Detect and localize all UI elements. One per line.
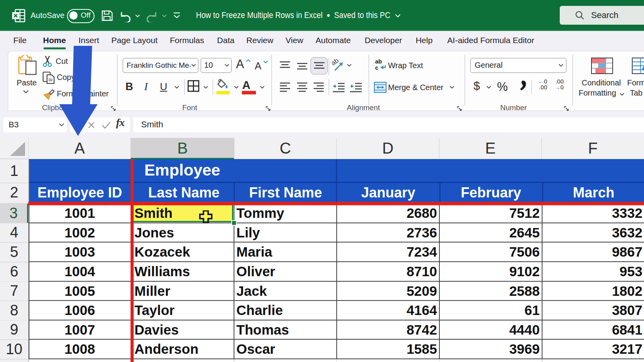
svg-text:c: c xyxy=(375,64,378,71)
svg-text:ab: ab xyxy=(375,58,382,65)
